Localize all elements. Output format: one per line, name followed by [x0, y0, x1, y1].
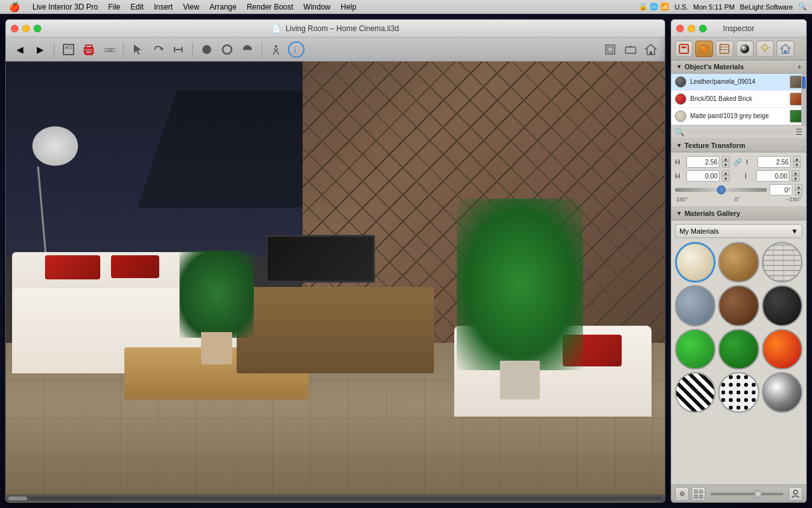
offset-x-down[interactable]: ▼: [722, 176, 730, 182]
menu-help[interactable]: Help: [337, 0, 360, 13]
offset-y-down[interactable]: ▼: [792, 176, 799, 182]
scale-x-down[interactable]: ▼: [722, 162, 730, 168]
objects-materials-header: ▼ Object's Materials +: [671, 60, 806, 74]
scale-y-down[interactable]: ▼: [793, 162, 801, 168]
toolbar-info-btn[interactable]: i: [287, 41, 305, 58]
toolbar-select-btn[interactable]: [129, 41, 147, 58]
angle-down[interactable]: ▼: [795, 190, 802, 196]
menu-app[interactable]: Live Interior 3D Pro: [29, 0, 102, 13]
menu-arrange[interactable]: Arrange: [206, 0, 240, 13]
offset-x-input[interactable]: [686, 170, 719, 182]
angle-input[interactable]: [769, 184, 792, 196]
materials-add-icon[interactable]: +: [797, 64, 801, 70]
svg-rect-42: [784, 50, 787, 53]
toolbar-scale-btn[interactable]: [169, 41, 187, 58]
apple-menu[interactable]: 🍎: [5, 0, 23, 13]
offset-x-up[interactable]: ▲: [722, 170, 730, 176]
inspector-grid-btn[interactable]: [691, 487, 705, 501]
toolbar-walk-btn[interactable]: [267, 41, 285, 58]
gallery-item-zebra[interactable]: [675, 372, 716, 413]
gallery-item-dark-wood[interactable]: [718, 285, 759, 326]
materials-scrollbar-thumb[interactable]: [802, 76, 806, 89]
toolbar-2d3d-btn[interactable]: 2D3D: [100, 41, 118, 58]
scale-y-stepper[interactable]: ▲ ▼: [793, 156, 801, 168]
gallery-item-green-dark[interactable]: [718, 329, 759, 370]
material-item-mattepaint[interactable]: Matte paint/1019 grey beige: [671, 108, 806, 125]
menu-edit[interactable]: Edit: [127, 0, 148, 13]
gallery-item-wood1[interactable]: [718, 242, 759, 283]
scale-x-stepper[interactable]: ▲ ▼: [722, 156, 730, 168]
tv-unit: [237, 287, 435, 373]
inspector-settings-btn[interactable]: ⚙: [675, 487, 689, 501]
menu-insert[interactable]: Insert: [150, 0, 176, 13]
toolbar-floor-plan-btn[interactable]: [60, 41, 77, 58]
gallery-item-green-bright[interactable]: [675, 329, 716, 370]
toolbar-home-view-btn[interactable]: [642, 41, 660, 58]
inspector-tab-light[interactable]: [756, 41, 774, 57]
offset-y-input[interactable]: [756, 170, 789, 182]
scale-x-up[interactable]: ▲: [722, 156, 730, 162]
inspector-user-btn[interactable]: [789, 487, 802, 501]
bottom-zoom-thumb[interactable]: [754, 490, 762, 498]
menu-view[interactable]: View: [179, 0, 203, 13]
inspector-minimize[interactable]: [688, 25, 695, 32]
gallery-item-spots[interactable]: [718, 372, 759, 413]
inspector-tab-house[interactable]: [776, 41, 794, 57]
plant-right-leaves: [457, 199, 583, 370]
svg-rect-22: [608, 47, 613, 52]
menubar-search-icon[interactable]: 🔍: [798, 3, 807, 11]
inspector-tab-objects[interactable]: [675, 41, 693, 57]
close-button[interactable]: [11, 25, 18, 32]
inspector-tab-texture[interactable]: [716, 41, 733, 57]
svg-point-19: [289, 42, 304, 57]
menu-window[interactable]: Window: [299, 0, 334, 13]
offset-y-up[interactable]: ▲: [792, 170, 799, 176]
scale-y-up[interactable]: ▲: [793, 156, 801, 162]
toolbar-half-sphere-btn[interactable]: [239, 41, 256, 58]
viewport-scrollbar[interactable]: [6, 495, 665, 502]
scrollbar-track[interactable]: [8, 497, 662, 500]
inspector-tab-chrome[interactable]: [736, 41, 754, 57]
offset-y-stepper[interactable]: ▲ ▼: [792, 170, 799, 182]
inspector-tab-materials[interactable]: [695, 41, 713, 57]
materials-scrollbar[interactable]: [801, 74, 806, 125]
gallery-item-cream[interactable]: [675, 242, 716, 283]
material-name-brick: Brick/001 Baked Brick: [690, 95, 786, 103]
materials-menu-icon[interactable]: ☰: [796, 128, 802, 137]
toolbar-print-btn[interactable]: [80, 41, 98, 58]
angle-slider-thumb[interactable]: [717, 185, 726, 194]
toolbar-orthographic-btn[interactable]: [601, 41, 619, 58]
offset-x-stepper[interactable]: ▲ ▼: [722, 170, 730, 182]
viewport-title-icon: 📄: [272, 24, 281, 33]
angle-up[interactable]: ▲: [795, 184, 802, 190]
menu-render-boost[interactable]: Render Boost: [243, 0, 297, 13]
menu-file[interactable]: File: [104, 0, 124, 13]
scrollbar-thumb[interactable]: [8, 497, 27, 500]
material-item-brick[interactable]: Brick/001 Baked Brick: [671, 91, 806, 108]
inspector-zoom[interactable]: [699, 25, 707, 32]
svg-point-14: [223, 45, 232, 54]
minimize-button[interactable]: [22, 25, 30, 32]
gallery-item-stone[interactable]: [675, 285, 716, 326]
toolbar-rotate-btn[interactable]: [149, 41, 167, 58]
angle-stepper[interactable]: ▲ ▼: [795, 184, 802, 196]
gallery-dropdown[interactable]: My Materials ▼: [675, 224, 802, 238]
material-item-leather[interactable]: Leather/pamela_09014: [671, 74, 806, 91]
search-icon[interactable]: 🔍: [675, 128, 684, 137]
toolbar-camera-views-btn[interactable]: [622, 41, 639, 58]
toolbar-ring-btn[interactable]: [218, 41, 236, 58]
scale-x-input[interactable]: [686, 156, 719, 168]
materials-gallery-label: Materials Gallery: [684, 210, 740, 217]
angle-slider-track[interactable]: [675, 188, 767, 192]
gallery-item-black[interactable]: [762, 285, 802, 326]
gallery-item-chrome[interactable]: [762, 372, 802, 413]
toolbar-forward-btn[interactable]: ▶: [31, 41, 49, 58]
scale-y-input[interactable]: [757, 156, 790, 168]
gallery-item-brick[interactable]: [762, 242, 802, 283]
toolbar-sphere-btn[interactable]: [198, 41, 216, 58]
maximize-button[interactable]: [34, 25, 41, 32]
inspector-close[interactable]: [676, 25, 684, 32]
bottom-zoom-slider[interactable]: [710, 493, 783, 495]
toolbar-back-btn[interactable]: ◀: [11, 41, 29, 58]
gallery-item-fire[interactable]: [762, 329, 802, 370]
